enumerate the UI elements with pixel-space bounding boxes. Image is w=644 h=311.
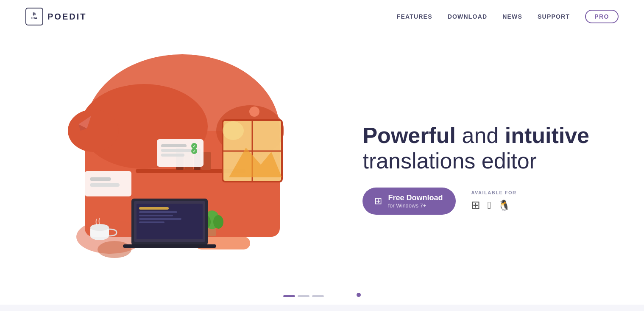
headline-and: and xyxy=(462,123,505,148)
svg-rect-35 xyxy=(123,244,216,248)
svg-rect-40 xyxy=(161,144,187,147)
svg-rect-34 xyxy=(139,221,164,223)
hero-headline: Powerful and intuitive translations edit… xyxy=(362,123,619,174)
hero-content: Powerful and intuitive translations edit… xyxy=(354,98,644,240)
available-label: AVAILABLE FOR xyxy=(471,190,516,195)
platform-icons: ⊞  🐧 xyxy=(471,199,516,212)
hero-illustration: ✓ ✓ xyxy=(0,33,354,305)
download-main-label: Free Download xyxy=(388,193,443,203)
hero-section: ✓ ✓ Powerful and intuitive translations … xyxy=(0,33,644,305)
download-button-text: Free Download for Windows 7+ xyxy=(388,193,443,209)
hero-illustration-svg: ✓ ✓ xyxy=(25,46,297,271)
svg-point-7 xyxy=(98,241,131,258)
download-sub-label: for Windows 7+ xyxy=(388,202,443,209)
logo-text: POEDIT xyxy=(47,12,86,22)
svg-rect-39 xyxy=(157,139,204,167)
windows-icon: ⊞ xyxy=(374,196,382,207)
pro-button[interactable]: PRO xyxy=(585,10,619,23)
headline-rest: translations editor xyxy=(362,148,536,173)
nav-links: FEATURES DOWNLOAD NEWS SUPPORT PRO xyxy=(397,10,619,23)
svg-text:✓: ✓ xyxy=(192,149,196,154)
nav-link-support[interactable]: SUPPORT xyxy=(538,13,570,20)
nav-link-news[interactable]: NEWS xyxy=(502,13,522,20)
svg-rect-31 xyxy=(139,211,177,213)
download-button[interactable]: ⊞ Free Download for Windows 7+ xyxy=(362,188,456,215)
linux-platform-icon: 🐧 xyxy=(498,199,510,211)
scroll-bar-3 xyxy=(312,295,324,297)
headline-strong2: intuitive xyxy=(505,123,589,148)
nav-item-download[interactable]: DOWNLOAD xyxy=(448,13,488,20)
svg-rect-38 xyxy=(90,183,120,187)
logo-icon: 和 ЮА xyxy=(25,8,43,25)
svg-point-8 xyxy=(249,106,259,117)
svg-rect-32 xyxy=(139,215,173,216)
windows-platform-icon: ⊞ xyxy=(471,199,480,212)
svg-rect-33 xyxy=(139,218,181,220)
logo-area: 和 ЮА POEDIT xyxy=(25,8,86,25)
nav-item-support[interactable]: SUPPORT xyxy=(538,13,570,20)
hero-actions: ⊞ Free Download for Windows 7+ AVAILABLE… xyxy=(362,188,619,215)
svg-rect-37 xyxy=(90,177,111,181)
apple-platform-icon:  xyxy=(487,199,491,211)
nav-item-news[interactable]: NEWS xyxy=(502,13,522,20)
scroll-indicator xyxy=(283,295,324,297)
scroll-bar-2 xyxy=(298,295,309,297)
nav-link-features[interactable]: FEATURES xyxy=(397,13,432,20)
nav-item-features[interactable]: FEATURES xyxy=(397,13,432,20)
headline-strong1: Powerful xyxy=(362,123,456,148)
active-dot xyxy=(357,293,361,297)
navbar: 和 ЮА POEDIT FEATURES DOWNLOAD NEWS SUPPO… xyxy=(0,0,644,33)
scroll-bar-1 xyxy=(283,295,295,297)
available-for: AVAILABLE FOR ⊞  🐧 xyxy=(471,190,516,212)
nav-link-download[interactable]: DOWNLOAD xyxy=(448,13,488,20)
svg-point-19 xyxy=(223,121,244,140)
svg-rect-41 xyxy=(161,149,192,152)
svg-rect-42 xyxy=(161,154,184,157)
svg-rect-30 xyxy=(139,207,169,210)
svg-point-22 xyxy=(90,224,109,231)
nav-item-pro[interactable]: PRO xyxy=(585,10,619,23)
svg-point-26 xyxy=(213,215,223,229)
svg-point-3 xyxy=(68,109,119,152)
svg-text:✓: ✓ xyxy=(192,144,196,148)
